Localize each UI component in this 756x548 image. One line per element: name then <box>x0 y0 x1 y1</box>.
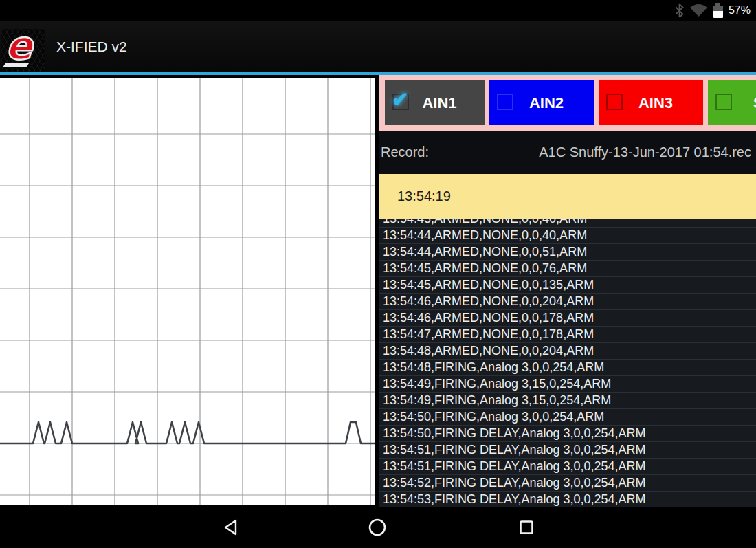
log-row[interactable]: 13:54:50,FIRING DELAY,Analog 3,0,0,254,A… <box>379 426 756 442</box>
log-row[interactable]: 13:54:45,ARMED,NONE,0,0,76,ARM <box>379 261 756 277</box>
log-row[interactable]: 13:54:53,FIRING DELAY,Analog 3,0,0,254,A… <box>379 492 756 507</box>
status-checkbox: ✔ <box>715 94 732 110</box>
channel-button-ain3[interactable]: ✔ AIN3 <box>599 80 703 125</box>
home-icon[interactable] <box>368 518 387 540</box>
channel-button-status[interactable]: ✔ Sta <box>708 80 756 125</box>
logo-letter: e <box>5 29 32 68</box>
record-row: Record: A1C Snuffy-13-Jun-2017 01:54.rec <box>379 131 756 174</box>
log-row[interactable]: 13:54:51,FIRING DELAY,Analog 3,0,0,254,A… <box>379 459 756 475</box>
back-icon[interactable] <box>223 518 238 539</box>
log-row[interactable]: 13:54:49,FIRING,Analog 3,15,0,254,ARM <box>379 393 756 409</box>
event-log-list[interactable]: 13:54:43,ARMED,NONE,0,0,40,ARM 13:54:44,… <box>379 219 756 507</box>
channel-button-bar: ✔ AIN1 ✔ AIN2 ✔ AIN3 ✔ Sta <box>379 75 756 131</box>
log-row[interactable]: 13:54:44,ARMED,NONE,0,0,40,ARM <box>379 228 756 244</box>
check-icon: ✔ <box>392 87 409 111</box>
android-nav-bar <box>0 509 756 548</box>
wifi-icon <box>689 3 708 18</box>
ain2-checkbox: ✔ <box>497 94 513 110</box>
channel-label: AIN1 <box>412 94 456 112</box>
record-label: Record: <box>381 144 429 160</box>
log-row[interactable]: 13:54:44,ARMED,NONE,0,0,51,ARM <box>379 244 756 261</box>
log-row[interactable]: 13:54:46,ARMED,NONE,0,0,204,ARM <box>379 294 756 310</box>
log-row[interactable]: 13:54:48,FIRING,Analog 3,0,0,254,ARM <box>379 360 756 376</box>
log-row[interactable]: 13:54:47,ARMED,NONE,0,0,178,ARM <box>379 327 756 343</box>
channel-label: AIN2 <box>520 94 564 112</box>
log-row[interactable]: 13:54:49,FIRING,Analog 3,15,0,254,ARM <box>379 376 756 393</box>
log-row[interactable]: 13:54:48,ARMED,NONE,0,0,204,ARM <box>379 343 756 360</box>
ain3-checkbox: ✔ <box>606 94 623 110</box>
channel-button-ain1[interactable]: ✔ AIN1 <box>385 80 485 125</box>
app-logo: e <box>1 29 45 72</box>
log-row[interactable]: 13:54:43,ARMED,NONE,0,0,40,ARM <box>379 219 756 228</box>
battery-percent: 57% <box>729 4 751 17</box>
screen: 57% e X-IFIED v2 ✔ AIN1 ✔ AIN2 ✔ <box>0 0 756 548</box>
record-filename[interactable]: A1C Snuffy-13-Jun-2017 01:54.rec <box>539 144 751 160</box>
battery-icon <box>713 3 723 18</box>
signal-trace-svg <box>0 78 375 505</box>
ain1-checkbox: ✔ <box>392 94 409 110</box>
log-row[interactable]: 13:54:50,FIRING,Analog 3,0,0,254,ARM <box>379 409 756 426</box>
channel-label: AIN3 <box>629 94 673 112</box>
app-bar: e X-IFIED v2 <box>0 21 756 72</box>
log-row[interactable]: 13:54:52,FIRING DELAY,Analog 3,0,0,254,A… <box>379 475 756 492</box>
log-row[interactable]: 13:54:45,ARMED,NONE,0,0,135,ARM <box>379 277 756 294</box>
status-bar: 57% <box>0 0 756 21</box>
log-row[interactable]: 13:54:46,ARMED,NONE,0,0,178,ARM <box>379 310 756 327</box>
recents-icon[interactable] <box>519 520 534 538</box>
app-title: X-IFIED v2 <box>56 39 127 55</box>
log-row[interactable]: 13:54:51,FIRING DELAY,Analog 3,0,0,254,A… <box>379 442 756 459</box>
logo-swoosh <box>3 63 29 67</box>
selected-time-row[interactable]: 13:54:19 <box>379 174 756 219</box>
selected-time-value: 13:54:19 <box>397 188 451 204</box>
channel-label: Sta <box>744 94 756 112</box>
bluetooth-icon <box>675 3 684 18</box>
event-log-scroll: 13:54:43,ARMED,NONE,0,0,40,ARM 13:54:44,… <box>379 219 756 507</box>
channel-button-ain2[interactable]: ✔ AIN2 <box>489 80 594 125</box>
signal-chart <box>0 78 375 505</box>
